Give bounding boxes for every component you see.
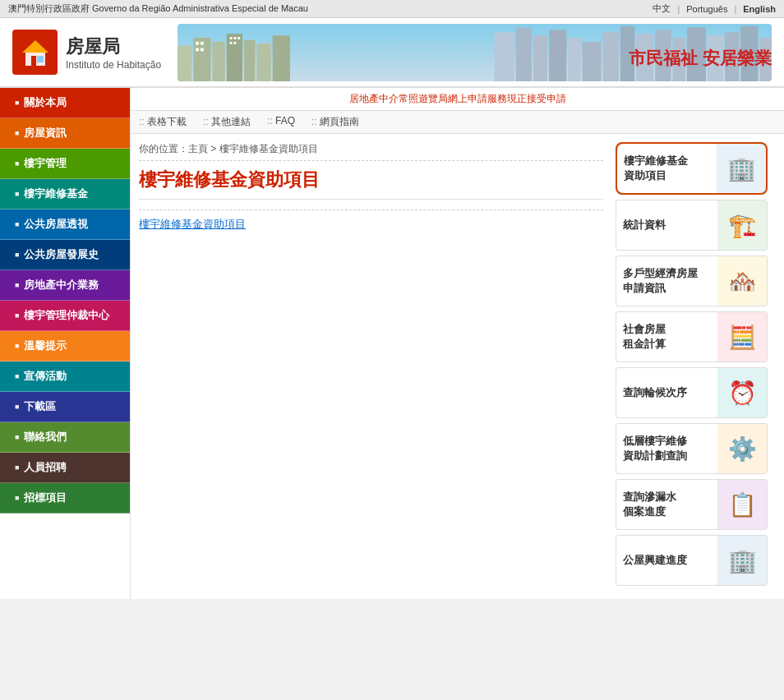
header: 房屋局 Instituto de Habitação — [0, 18, 784, 88]
rp-item-0[interactable]: 樓宇維修基金 資助項目🏢 — [616, 142, 768, 195]
rp-item-icon-5: ⚙️ — [717, 424, 767, 473]
svg-rect-29 — [201, 41, 204, 44]
svg-rect-11 — [273, 35, 290, 81]
gov-bar: 澳門特別行政區政府 Governo da Região Administrati… — [0, 0, 784, 18]
svg-rect-15 — [549, 30, 566, 81]
sidebar-item-8[interactable]: 溫馨提示 — [0, 331, 130, 362]
language-links: 中文 | Português | English — [653, 2, 776, 15]
breadcrumb: 你的位置：主頁 > 樓宇維修基金資助項目 — [139, 142, 603, 161]
svg-rect-30 — [196, 48, 199, 51]
content-body: 你的位置：主頁 > 樓宇維修基金資助項目 樓宇維修基金資助項目 樓宇維修基金資助… — [131, 134, 784, 599]
svg-rect-31 — [201, 48, 204, 51]
main-content: 你的位置：主頁 > 樓宇維修基金資助項目 樓宇維修基金資助項目 樓宇維修基金資助… — [139, 142, 616, 591]
sidebar-item-4[interactable]: 公共房屋透視 — [0, 210, 130, 240]
separator-2: | — [734, 4, 736, 14]
svg-rect-36 — [234, 41, 237, 44]
svg-rect-10 — [256, 43, 270, 81]
notice-text: 居地產中介常照遊覽局網上申請服務現正接受申請 — [349, 93, 566, 104]
header-cityscape: 市民福祉 安居樂業 — [178, 24, 772, 81]
main-wrapper: 關於本局房屋資訊樓宇管理樓宇維修基金公共房屋透視公共房屋發展史房地產中介業務樓宇… — [0, 88, 784, 599]
quick-link-0[interactable]: 表格下載 — [139, 115, 187, 129]
rp-item-6[interactable]: 查詢滲漏水 個案進度📋 — [616, 479, 768, 530]
gov-name: 澳門特別行政區政府 Governo da Região Administrati… — [8, 2, 308, 15]
sidebar: 關於本局房屋資訊樓宇管理樓宇維修基金公共房屋透視公共房屋發展史房地產中介業務樓宇… — [0, 88, 130, 599]
logo-area: 房屋局 Instituto de Habitação — [12, 30, 161, 75]
rp-item-icon-2: 🏘️ — [717, 256, 767, 306]
notice-bar: 居地產中介常照遊覽局網上申請服務現正接受申請 — [131, 88, 784, 111]
logo-icon — [12, 30, 58, 75]
svg-rect-32 — [230, 37, 233, 39]
rp-item-text-1: 統計資料 — [616, 213, 717, 237]
content-link[interactable]: 樓宇維修基金資助項目 — [139, 217, 603, 232]
svg-marker-1 — [22, 40, 48, 53]
svg-rect-12 — [495, 32, 514, 81]
rp-item-text-4: 查詢輪候次序 — [616, 380, 717, 405]
content-area: 居地產中介常照遊覽局網上申請服務現正接受申請 表格下載其他連結FAQ網頁指南 你… — [130, 88, 784, 599]
quick-links: 表格下載其他連結FAQ網頁指南 — [131, 111, 784, 134]
rp-item-icon-0: 🏢 — [717, 144, 766, 193]
svg-rect-3 — [37, 56, 44, 62]
sidebar-item-0[interactable]: 關於本局 — [0, 88, 130, 118]
svg-rect-9 — [244, 39, 255, 81]
lang-en[interactable]: English — [743, 4, 776, 14]
quick-link-1[interactable]: 其他連結 — [203, 115, 251, 129]
sidebar-item-11[interactable]: 聯絡我們 — [0, 422, 130, 453]
page-title: 樓宇維修基金資助項目 — [139, 168, 603, 200]
rp-item-text-2: 多戶型經濟房屋 申請資訊 — [616, 261, 717, 301]
rp-item-text-7: 公屋興建進度 — [616, 548, 717, 573]
rp-item-5[interactable]: 低層樓宇維修 資助計劃查詢⚙️ — [616, 423, 768, 474]
svg-rect-16 — [568, 37, 580, 81]
rp-item-3[interactable]: 社會房屋 租金計算🧮 — [616, 311, 768, 362]
rp-item-icon-3: 🧮 — [717, 312, 767, 362]
sidebar-item-13[interactable]: 招標項目 — [0, 483, 130, 513]
svg-rect-34 — [238, 37, 240, 39]
logo-subtitle: Instituto de Habitação — [66, 59, 161, 71]
svg-rect-18 — [603, 32, 619, 81]
sidebar-item-12[interactable]: 人員招聘 — [0, 453, 130, 483]
breadcrumb-text: 你的位置：主頁 > 樓宇維修基金資助項目 — [139, 143, 318, 154]
right-panel: 樓宇維修基金 資助項目🏢統計資料🏗️多戶型經濟房屋 申請資訊🏘️社會房屋 租金計… — [616, 142, 776, 591]
logo-text: 房屋局 Instituto de Habitação — [66, 35, 161, 71]
rp-item-icon-4: ⏰ — [717, 368, 767, 417]
quick-link-3[interactable]: 網頁指南 — [311, 115, 359, 129]
lang-zh[interactable]: 中文 — [653, 2, 671, 15]
rp-item-icon-1: 🏗️ — [717, 200, 767, 250]
sidebar-item-5[interactable]: 公共房屋發展史 — [0, 240, 130, 270]
quick-link-2[interactable]: FAQ — [267, 115, 295, 129]
sidebar-item-9[interactable]: 宣傳活動 — [0, 362, 130, 392]
rp-item-2[interactable]: 多戶型經濟房屋 申請資訊🏘️ — [616, 256, 768, 306]
sidebar-item-3[interactable]: 樓宇維修基金 — [0, 179, 130, 210]
svg-rect-14 — [533, 35, 547, 81]
rp-item-4[interactable]: 查詢輪候次序⏰ — [616, 367, 768, 418]
svg-rect-7 — [212, 41, 224, 81]
svg-rect-33 — [234, 37, 237, 39]
lang-pt[interactable]: Português — [686, 4, 727, 14]
sidebar-item-1[interactable]: 房屋資訊 — [0, 118, 130, 149]
rp-item-text-6: 查詢滲漏水 個案進度 — [616, 485, 717, 524]
svg-rect-8 — [227, 34, 242, 81]
rp-item-text-3: 社會房屋 租金計算 — [616, 317, 717, 357]
svg-rect-28 — [196, 41, 199, 44]
svg-text:市民福祉  安居樂業: 市民福祉 安居樂業 — [629, 48, 772, 67]
svg-rect-35 — [230, 41, 233, 44]
sidebar-item-2[interactable]: 樓宇管理 — [0, 149, 130, 179]
svg-rect-2 — [31, 56, 36, 66]
svg-rect-13 — [516, 27, 532, 81]
rp-item-1[interactable]: 統計資料🏗️ — [616, 200, 768, 251]
svg-rect-17 — [583, 41, 602, 81]
sidebar-item-6[interactable]: 房地產中介業務 — [0, 270, 130, 301]
rp-item-icon-7: 🏢 — [717, 536, 767, 585]
logo-title: 房屋局 — [66, 35, 161, 59]
rp-item-text-0: 樓宇維修基金 資助項目 — [617, 149, 717, 188]
rp-item-text-5: 低層樓宇維修 資助計劃查詢 — [616, 429, 717, 468]
sidebar-item-7[interactable]: 樓宇管理仲裁中心 — [0, 301, 130, 331]
sidebar-item-10[interactable]: 下載區 — [0, 392, 130, 422]
separator-1: | — [677, 4, 680, 14]
svg-rect-5 — [178, 45, 191, 81]
rp-item-icon-6: 📋 — [717, 480, 767, 529]
rp-item-7[interactable]: 公屋興建進度🏢 — [616, 535, 768, 586]
